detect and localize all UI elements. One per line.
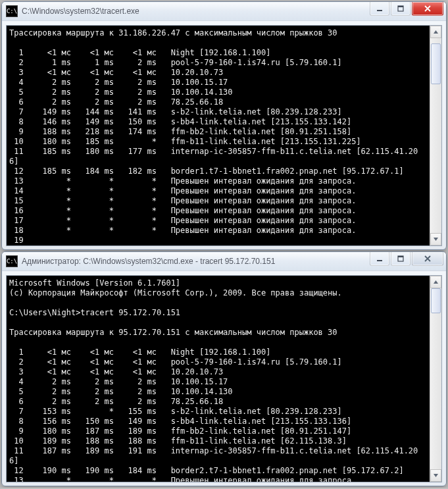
window-tracert-exe: C:\ C:\Windows\system32\tracert.exe Трас… <box>1 1 447 250</box>
scroll-track[interactable] <box>430 288 441 469</box>
scroll-down-button[interactable] <box>430 233 441 245</box>
scroll-track[interactable] <box>430 38 441 233</box>
scroll-up-button[interactable] <box>430 26 441 38</box>
window-controls <box>368 2 443 16</box>
cmd-icon: C:\ <box>6 255 18 267</box>
maximize-button[interactable] <box>391 2 411 16</box>
scroll-down-button[interactable] <box>430 469 441 482</box>
svg-rect-2 <box>398 6 403 7</box>
scroll-thumb[interactable] <box>431 288 441 313</box>
maximize-button[interactable] <box>391 252 411 266</box>
titlebar[interactable]: C:\ Администратор: C:\Windows\system32\c… <box>2 252 446 271</box>
cmd-icon: C:\ <box>6 5 18 17</box>
minimize-button[interactable] <box>370 2 389 16</box>
close-button[interactable] <box>412 252 443 266</box>
minimize-button[interactable] <box>370 252 389 266</box>
vertical-scrollbar[interactable] <box>430 276 441 482</box>
scroll-thumb[interactable] <box>431 43 441 84</box>
window-controls <box>368 252 443 266</box>
svg-rect-0 <box>377 10 382 11</box>
client-area: Microsoft Windows [Version 6.1.7601] (c)… <box>6 275 442 482</box>
window-cmd-exe: C:\ Администратор: C:\Windows\system32\c… <box>1 251 447 486</box>
client-area: Трассировка маршрута к 31.186.226.47 с м… <box>6 25 442 246</box>
close-button[interactable] <box>412 2 443 16</box>
titlebar[interactable]: C:\ C:\Windows\system32\tracert.exe <box>2 2 446 21</box>
svg-rect-3 <box>377 260 382 261</box>
vertical-scrollbar[interactable] <box>430 26 441 245</box>
console-output: Microsoft Windows [Version 6.1.7601] (c)… <box>7 276 430 482</box>
console-output: Трассировка маршрута к 31.186.226.47 с м… <box>7 26 430 246</box>
svg-rect-5 <box>398 256 403 257</box>
scroll-up-button[interactable] <box>430 276 441 288</box>
